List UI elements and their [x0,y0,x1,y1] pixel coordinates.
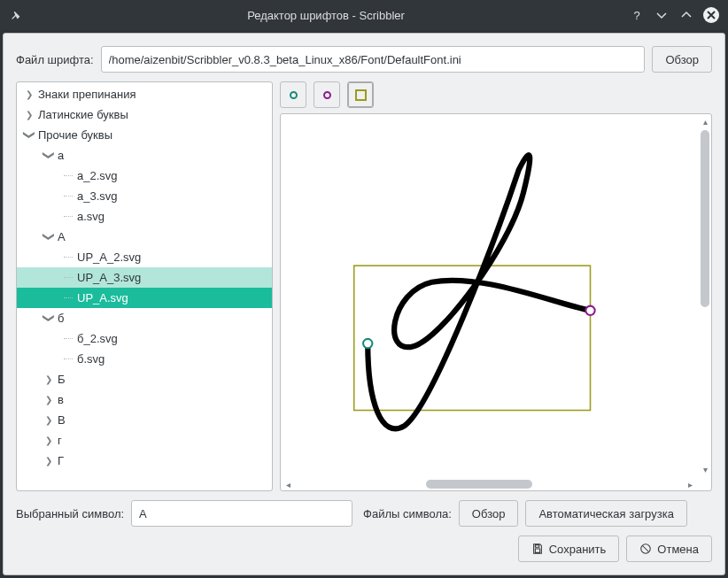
maximize-icon[interactable] [678,7,694,23]
tree-branch-icon [63,216,74,217]
chevron-down-icon[interactable]: ❯ [43,312,54,325]
selected-symbol-label: Выбранный символ: [16,507,124,520]
bounds-tool[interactable] [347,81,374,108]
tree-item-label: Латинские буквы [38,108,128,121]
tree-item[interactable]: ❯Латинские буквы [17,104,272,125]
tree-item[interactable]: ❯г [17,430,272,451]
tree-item-label: В [58,413,66,427]
tree-item-label: UP_А_2.svg [77,250,141,264]
chevron-right-icon[interactable]: ❯ [43,395,54,405]
tree-item[interactable]: UP_А_2.svg [17,247,272,267]
browse-symbol-button[interactable]: Обзор [459,500,519,527]
chevron-right-icon[interactable]: ❯ [43,415,54,425]
tree-item-label: Г [58,454,64,467]
tree-item[interactable]: б.svg [17,349,272,369]
tree-item[interactable]: ❯Знаки препинания [17,84,272,104]
minimize-icon[interactable] [654,7,670,23]
close-icon[interactable] [703,7,719,23]
file-path-row: Файл шрифта: Обзор [16,46,712,73]
chevron-down-icon[interactable]: ❯ [43,149,54,162]
glyph-stroke [368,155,590,428]
tool-row [280,81,712,108]
tree-item[interactable]: ❯В [17,410,272,430]
window-title: Редактор шрифтов - Scribbler [23,9,629,22]
tree-item[interactable]: ❯б [17,308,272,328]
tree-item-label: а_2.svg [77,169,118,182]
help-icon[interactable]: ? [629,7,645,23]
tree-item-label: б [58,312,64,325]
tree-branch-icon [63,277,74,278]
tree-item-label: Прочие буквы [38,128,112,142]
chevron-right-icon[interactable]: ❯ [24,110,35,119]
tree-item[interactable]: UP_А_3.svg [17,267,272,288]
tree-item-label: а_3.svg [77,189,118,203]
tree-item-label: А [58,230,66,243]
tree-item-label: Знаки препинания [38,88,136,101]
tree-item[interactable]: ❯Г [17,451,272,471]
tree-branch-icon [63,297,74,298]
cancel-button[interactable]: Отмена [626,536,712,562]
chevron-right-icon[interactable]: ❯ [43,374,54,384]
file-path-input[interactable] [101,46,646,73]
tree-item-label: а.svg [77,210,105,223]
tree-branch-icon [63,175,74,176]
symbol-row: Выбранный символ: Файлы символа: Обзор А… [16,500,712,527]
chevron-down-icon[interactable]: ❯ [43,230,54,243]
vertical-scrollbar[interactable]: ▴ ▾ [701,118,709,473]
tree-item-label: UP_А.svg [77,291,128,304]
tree-item[interactable]: ❯Прочие буквы [17,125,272,145]
tree-branch-icon [63,196,74,197]
titlebar: Редактор шрифтов - Scribbler ? [0,0,728,30]
tree-item-label: в [58,393,64,406]
chevron-right-icon[interactable]: ❯ [43,456,54,466]
tree-item-label: г [58,434,62,447]
save-icon [531,543,544,555]
file-label: Файл шрифта: [16,53,94,66]
chevron-right-icon[interactable]: ❯ [43,435,54,445]
selected-symbol-input[interactable] [131,500,352,527]
symbol-files-label: Файлы символа: [363,507,452,520]
tree-branch-icon [63,338,74,339]
tree-item-label: а [58,149,64,162]
tree-item-label: б_2.svg [77,332,118,345]
tree-panel: ❯Знаки препинания❯Латинские буквы❯Прочие… [16,81,273,491]
tree-item[interactable]: ❯Б [17,369,272,389]
tree-item[interactable]: а_3.svg [17,186,272,206]
anchor-out-tool[interactable] [314,81,340,108]
tree-item[interactable]: ❯а [17,145,272,166]
anchor-in-icon[interactable] [363,339,372,348]
chevron-right-icon[interactable]: ❯ [24,89,35,99]
tree-item[interactable]: UP_А.svg [17,288,272,308]
pin-icon[interactable] [9,8,23,22]
tree-branch-icon [63,358,74,359]
anchor-in-tool[interactable] [280,81,306,108]
browse-file-button[interactable]: Обзор [652,46,712,73]
tree-item[interactable]: а_2.svg [17,166,272,186]
chevron-down-icon[interactable]: ❯ [24,128,35,142]
tree-item-label: UP_А_3.svg [77,271,141,284]
autoload-button[interactable]: Автоматическая загрузка [525,500,686,527]
tree-item[interactable]: ❯в [17,389,272,410]
anchor-out-icon[interactable] [585,306,594,315]
tree-item-label: б.svg [77,352,105,366]
tree-branch-icon [63,257,74,258]
horizontal-scrollbar[interactable]: ◂ ▸ [284,480,693,489]
tree-scroll[interactable]: ❯Знаки препинания❯Латинские буквы❯Прочие… [17,82,272,490]
cancel-icon [639,543,652,555]
tree-item[interactable]: а.svg [17,206,272,227]
tree-item-label: Б [58,373,66,386]
tree-item[interactable]: б_2.svg [17,328,272,349]
canvas[interactable]: ▴ ▾ ◂ ▸ [280,113,712,491]
save-button[interactable]: Сохранить [518,536,620,562]
tree-item[interactable]: ❯А [17,227,272,247]
